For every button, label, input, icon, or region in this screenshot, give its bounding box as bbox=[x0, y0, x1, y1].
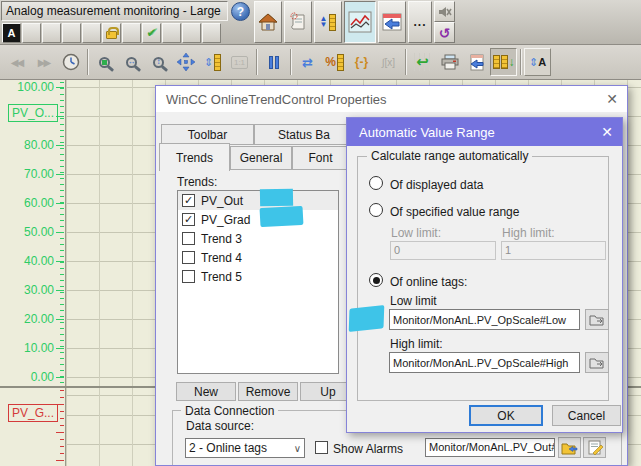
tag-selection-button[interactable] bbox=[583, 437, 606, 458]
one-to-one-icon: 1:1 bbox=[231, 56, 248, 69]
radio-of-specified-range[interactable] bbox=[369, 203, 383, 217]
toolbar-button-empty[interactable] bbox=[82, 23, 101, 43]
close-button[interactable]: ✕ bbox=[592, 120, 622, 144]
y-axis-ticks-green-major bbox=[56, 82, 64, 385]
page-pen-icon bbox=[587, 440, 603, 455]
axis-tag-pv-grad[interactable]: PV_G... bbox=[8, 404, 58, 422]
close-icon: ✕ bbox=[606, 91, 618, 107]
print-button[interactable] bbox=[436, 48, 463, 76]
checkbox-checked[interactable]: ✓ bbox=[182, 213, 195, 226]
browse-tag-button[interactable] bbox=[558, 437, 581, 458]
radio-label[interactable]: Of online tags: bbox=[390, 275, 467, 289]
new-button[interactable]: New bbox=[176, 382, 236, 401]
value-range-titlebar[interactable]: Automatic Value Range ✕ bbox=[347, 118, 622, 146]
show-alarms-checkbox[interactable] bbox=[315, 441, 328, 454]
alarm-view-button[interactable] bbox=[378, 1, 406, 43]
sound-undo-group: ↺ bbox=[434, 1, 455, 43]
online-high-limit-label: High limit: bbox=[390, 337, 443, 351]
browse-high-tag-button[interactable] bbox=[585, 352, 609, 373]
tab-general[interactable]: General bbox=[230, 146, 292, 170]
report-button[interactable] bbox=[284, 1, 312, 43]
a-label: A bbox=[8, 27, 16, 39]
toolbar-button-empty[interactable] bbox=[162, 23, 181, 43]
ok-button[interactable]: OK bbox=[469, 405, 543, 426]
close-button[interactable]: ✕ bbox=[597, 87, 627, 111]
time-axis-button[interactable]: ⇄ bbox=[294, 48, 321, 76]
toolbar-button-empty[interactable] bbox=[22, 23, 41, 43]
move-icon bbox=[177, 53, 195, 71]
fast-forward-icon: ▶▶ bbox=[38, 57, 49, 68]
radio-label[interactable]: Of displayed data bbox=[390, 178, 483, 192]
browse-low-tag-button[interactable] bbox=[585, 309, 609, 330]
select-curve-button[interactable]: {-} bbox=[348, 48, 375, 76]
window-header: Analog measurement monitoring - Large ? … bbox=[0, 0, 641, 45]
axis-label-button[interactable]: ⇕ A bbox=[524, 48, 551, 76]
trend-list-item[interactable]: Trend 5 bbox=[178, 267, 338, 286]
statistics-button: ∫[x] bbox=[375, 48, 402, 76]
trend-list-item[interactable]: Trend 3 bbox=[178, 229, 338, 248]
font-style-a-button[interactable]: A bbox=[2, 23, 21, 43]
zoom-x-button[interactable]: ↔ bbox=[118, 48, 145, 76]
toolbar-separator bbox=[405, 49, 406, 75]
tab-toolbar[interactable]: Toolbar bbox=[161, 124, 254, 145]
mute-button[interactable] bbox=[434, 1, 455, 22]
ruler-icon bbox=[329, 14, 336, 31]
radio-of-online-tags[interactable] bbox=[369, 273, 383, 287]
home-button[interactable] bbox=[254, 1, 282, 43]
lock-button[interactable] bbox=[102, 23, 121, 43]
toolbar-button-empty[interactable] bbox=[42, 23, 61, 43]
trends-listbox[interactable]: ✓ PV_Out ✓ PV_Grad Trend 3 Trend 4 Trend… bbox=[177, 190, 339, 374]
toolbar-button-empty[interactable] bbox=[122, 23, 141, 43]
pause-button[interactable] bbox=[260, 48, 287, 76]
trend-view-button[interactable] bbox=[344, 1, 376, 43]
more-tools-button[interactable]: ... bbox=[408, 1, 432, 43]
help-button[interactable]: ? bbox=[231, 2, 250, 21]
checkbox-unchecked[interactable] bbox=[182, 232, 195, 245]
tab-status-bar[interactable]: Status Ba bbox=[254, 124, 354, 145]
export-button[interactable] bbox=[463, 48, 490, 76]
undo-icon: ↺ bbox=[439, 25, 451, 41]
trend-list-item[interactable]: ✓ PV_Out bbox=[178, 191, 338, 210]
trend-list-item[interactable]: ✓ PV_Grad bbox=[178, 210, 338, 229]
checkbox-unchecked[interactable] bbox=[182, 251, 195, 264]
annotation-highlight-low-limit bbox=[349, 305, 385, 332]
checkbox-checked[interactable]: ✓ bbox=[182, 194, 195, 207]
data-connect-button[interactable]: ↩ bbox=[409, 48, 436, 76]
properties-dialog-titlebar[interactable]: WinCC OnlineTrendControl Properties ✕ bbox=[156, 86, 627, 112]
percent-scale-button[interactable]: % bbox=[321, 48, 348, 76]
zoom-area-button[interactable] bbox=[91, 48, 118, 76]
home-icon bbox=[258, 13, 278, 31]
radio-of-displayed-data[interactable] bbox=[369, 176, 383, 190]
acknowledge-button[interactable]: ✔ bbox=[142, 23, 161, 43]
trend-name: PV_Out bbox=[201, 194, 243, 208]
tab-font[interactable]: Font bbox=[292, 146, 349, 170]
clock-icon bbox=[62, 53, 80, 71]
radio-label[interactable]: Of specified value range bbox=[390, 205, 519, 219]
value-limits-button[interactable]: ▲▼ bbox=[314, 1, 342, 43]
toolbar-button-empty[interactable] bbox=[62, 23, 81, 43]
online-high-limit-field[interactable]: Monitor/MonAnL.PV_OpScale#High bbox=[389, 352, 580, 373]
cancel-button[interactable]: Cancel bbox=[552, 405, 621, 426]
tab-trends-active[interactable]: Trends bbox=[159, 143, 230, 171]
green-arrow-icon: ↓ bbox=[509, 55, 515, 69]
pan-button[interactable] bbox=[172, 48, 199, 76]
trend-list-item[interactable]: Trend 4 bbox=[178, 248, 338, 267]
auto-range-button[interactable]: ↓ bbox=[490, 48, 517, 76]
time-range-button[interactable] bbox=[57, 48, 84, 76]
move-axis-button[interactable]: ⇕ bbox=[199, 48, 226, 76]
data-source-dropdown[interactable]: 2 - Online tags ∨ bbox=[185, 438, 305, 458]
trend-tag-field[interactable]: Monitor/MonAnL.PV_Out# bbox=[425, 438, 555, 457]
toolbar-button-empty[interactable] bbox=[202, 23, 221, 43]
axis-tag-pv-out[interactable]: PV_O... bbox=[8, 104, 58, 122]
zoom-y-button[interactable]: ↕ bbox=[145, 48, 172, 76]
tab-label: Toolbar bbox=[188, 128, 227, 142]
chevron-down-icon: ∨ bbox=[294, 443, 301, 454]
checkbox-unchecked[interactable] bbox=[182, 270, 195, 283]
y-axis-label: 10.00 bbox=[2, 341, 54, 355]
y-axis-label: 100.00 bbox=[2, 80, 54, 94]
y-axis-label: 50.00 bbox=[2, 225, 54, 239]
toolbar-button-empty[interactable] bbox=[182, 23, 201, 43]
undo-button[interactable]: ↺ bbox=[434, 22, 455, 43]
remove-button[interactable]: Remove bbox=[238, 382, 298, 401]
online-low-limit-field[interactable]: Monitor/MonAnL.PV_OpScale#Low bbox=[389, 309, 580, 330]
